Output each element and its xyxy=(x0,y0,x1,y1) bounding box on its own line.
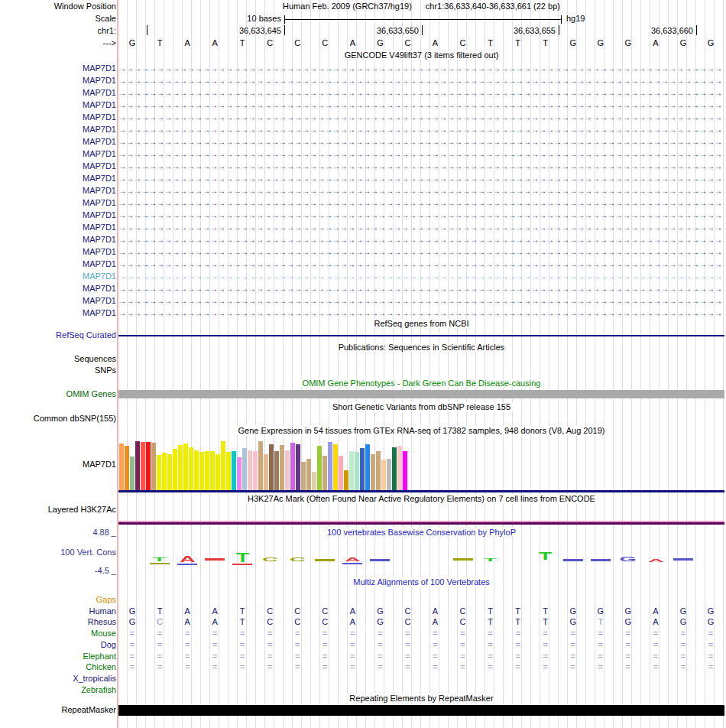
transcript-row[interactable]: →→→→→→→→→→→→→→→→→→→→→→→→→→→→→→→→→→→→→→→→… xyxy=(118,99,724,111)
alignment-cell: = xyxy=(642,652,669,661)
phylop-letter: C xyxy=(284,557,311,562)
gtex-bar xyxy=(119,444,124,490)
transcript-label[interactable]: MAP7D1 xyxy=(0,100,116,110)
alignment-cell: = xyxy=(146,640,173,650)
phylop-letter-glyph: T xyxy=(153,557,167,562)
transcript-label[interactable]: MAP7D1 xyxy=(0,63,116,73)
refseq-curated-item[interactable] xyxy=(118,335,724,336)
transcript-label[interactable]: MAP7D1 xyxy=(0,174,116,184)
transcript-label[interactable]: MAP7D1 xyxy=(0,125,116,135)
transcript-row[interactable]: →→→→→→→→→→→→→→→→→→→→→→→→→→→→→→→→→→→→→→→→… xyxy=(118,173,724,184)
sequence-base: C xyxy=(284,38,311,48)
h3k27ac-label[interactable]: Layered H3K27Ac xyxy=(0,505,116,515)
phylop-dash xyxy=(673,558,693,561)
alignment-cell: = xyxy=(284,652,311,661)
range-title: chr1:36,633,640-36,633,661 (22 bp) xyxy=(426,2,560,11)
omim-genes-label[interactable]: OMIM Genes xyxy=(0,389,116,399)
alignment-cell: = xyxy=(256,629,284,639)
transcript-label[interactable]: MAP7D1 xyxy=(0,137,116,147)
transcript-label[interactable]: MAP7D1 xyxy=(0,76,116,86)
omim-genes-item[interactable] xyxy=(118,390,724,398)
transcript-label[interactable]: MAP7D1 xyxy=(0,271,116,281)
transcript-label[interactable]: MAP7D1 xyxy=(0,210,116,220)
snps-label[interactable]: SNPs xyxy=(0,366,116,375)
transcript-row[interactable]: →→→→→→→→→→→→→→→→→→→→→→→→→→→→→→→→→→→→→→→→… xyxy=(118,222,724,233)
coordinate-label: 36,633,660 xyxy=(630,26,693,36)
species-label[interactable]: Mouse xyxy=(0,629,116,639)
transcript-label[interactable]: MAP7D1 xyxy=(0,112,116,122)
transcript-row[interactable]: →→→→→→→→→→→→→→→→→→→→→→→→→→→→→→→→→→→→→→→→… xyxy=(118,161,724,172)
transcript-row[interactable]: →→→→→→→→→→→→→→→→→→→→→→→→→→→→→→→→→→→→→→→→… xyxy=(118,295,724,307)
alignment-cell: = xyxy=(394,662,421,672)
transcript-row[interactable]: →→→→→→→→→→→→→→→→→→→→→→→→→→→→→→→→→→→→→→→→… xyxy=(118,258,724,270)
sequence-base: G xyxy=(614,38,642,48)
refseq-curated-label[interactable]: RefSeq Curated xyxy=(0,330,116,340)
transcript-label[interactable]: MAP7D1 xyxy=(0,161,116,171)
alignment-cell: A xyxy=(642,617,669,627)
sequence-base: A xyxy=(422,38,449,48)
transcript-row[interactable]: →→→→→→→→→→→→→→→→→→→→→→→→→→→→→→→→→→→→→→→→… xyxy=(118,197,724,209)
transcript-label[interactable]: MAP7D1 xyxy=(0,88,116,98)
transcript-label[interactable]: MAP7D1 xyxy=(0,198,116,208)
repeatmasker-label[interactable]: RepeatMasker xyxy=(0,705,116,715)
alignment-cell: = xyxy=(642,640,669,650)
alignment-cell: = xyxy=(504,652,532,661)
transcript-label[interactable]: MAP7D1 xyxy=(0,247,116,257)
phylop-dash xyxy=(205,558,225,561)
species-label[interactable]: Zebrafish xyxy=(0,685,116,695)
transcript-row[interactable]: →→→→→→→→→→→→→→→→→→→→→→→→→→→→→→→→→→→→→→→→… xyxy=(118,185,724,197)
transcript-row[interactable]: →→→→→→→→→→→→→→→→→→→→→→→→→→→→→→→→→→→→→→→→… xyxy=(118,63,724,74)
transcript-label[interactable]: MAP7D1 xyxy=(0,259,116,269)
gtex-bar xyxy=(205,451,209,490)
gtex-bar xyxy=(274,451,279,490)
sequences-label[interactable]: Sequences xyxy=(0,354,116,364)
transcript-label[interactable]: MAP7D1 xyxy=(0,296,116,306)
gtex-gene-label[interactable]: MAP7D1 xyxy=(0,460,116,470)
gtex-baseline xyxy=(118,490,724,492)
gtex-bar xyxy=(349,451,354,490)
gtex-bar xyxy=(135,441,140,490)
transcript-row[interactable]: →→→→→→→→→→→→→→→→→→→→→→→→→→→→→→→→→→→→→→→→… xyxy=(118,87,724,99)
transcript-row[interactable]: →→→→→→→→→→→→→→→→→→→→→→→→→→→→→→→→→→→→→→→→… xyxy=(118,148,724,160)
transcript-label[interactable]: MAP7D1 xyxy=(0,223,116,232)
dbsnp-track-title: Short Genetic Variants from dbSNP releas… xyxy=(118,402,724,412)
species-label[interactable]: Chicken xyxy=(0,662,116,672)
species-label[interactable]: Dog xyxy=(0,640,116,650)
conservation-track-title: 100 vertebrates Basewise Conservation by… xyxy=(118,528,724,538)
species-label[interactable]: Rhesus xyxy=(0,617,116,627)
transcript-label[interactable]: MAP7D1 xyxy=(0,149,116,159)
transcript-row[interactable]: →→→→→→→→→→→→→→→→→→→→→→→→→→→→→→→→→→→→→→→→… xyxy=(118,234,724,245)
transcript-label[interactable]: MAP7D1 xyxy=(0,308,116,318)
alignment-cell: = xyxy=(532,640,559,650)
conservation-label[interactable]: 100 Vert. Cons xyxy=(0,548,116,557)
species-label[interactable]: Gaps xyxy=(0,595,116,605)
transcript-row[interactable]: →→→→→→→→→→→→→→→→→→→→→→→→→→→→→→→→→→→→→→→→… xyxy=(118,246,724,258)
species-label[interactable]: X_tropicalis xyxy=(0,674,116,684)
transcript-row[interactable]: →→→→→→→→→→→→→→→→→→→→→→→→→→→→→→→→→→→→→→→→… xyxy=(118,271,724,282)
transcript-row[interactable]: →→→→→→→→→→→→→→→→→→→→→→→→→→→→→→→→→→→→→→→→… xyxy=(118,75,724,86)
transcript-row[interactable]: →→→→→→→→→→→→→→→→→→→→→→→→→→→→→→→→→→→→→→→→… xyxy=(118,136,724,148)
transcript-row[interactable]: →→→→→→→→→→→→→→→→→→→→→→→→→→→→→→→→→→→→→→→→… xyxy=(118,210,724,221)
transcript-label[interactable]: MAP7D1 xyxy=(0,186,116,196)
transcript-row[interactable]: →→→→→→→→→→→→→→→→→→→→→→→→→→→→→→→→→→→→→→→→… xyxy=(118,124,724,135)
species-label[interactable]: Human xyxy=(0,606,116,616)
transcript-row[interactable]: →→→→→→→→→→→→→→→→→→→→→→→→→→→→→→→→→→→→→→→→… xyxy=(118,307,724,319)
transcript-row[interactable]: →→→→→→→→→→→→→→→→→→→→→→→→→→→→→→→→→→→→→→→→… xyxy=(118,112,724,123)
transcript-label[interactable]: MAP7D1 xyxy=(0,235,116,245)
alignment-cell: = xyxy=(118,652,146,661)
transcript-label[interactable]: MAP7D1 xyxy=(0,284,116,294)
sequence-base: T xyxy=(532,38,559,48)
gtex-bar xyxy=(381,460,386,490)
repeatmasker-item[interactable] xyxy=(118,705,724,716)
alignment-cell: = xyxy=(697,640,724,650)
dbsnp-label[interactable]: Common dbSNP(155) xyxy=(0,414,116,424)
sequence-base: A xyxy=(173,38,201,48)
phylop-dash xyxy=(370,559,390,561)
alignment-cell: T xyxy=(504,617,532,627)
sequence-base: T xyxy=(504,38,532,48)
alignment-cell: = xyxy=(477,652,504,661)
species-label[interactable]: Elephant xyxy=(0,652,116,661)
phylop-letter: A xyxy=(642,559,669,562)
gtex-bar xyxy=(269,444,274,490)
transcript-row[interactable]: →→→→→→→→→→→→→→→→→→→→→→→→→→→→→→→→→→→→→→→→… xyxy=(118,283,724,294)
